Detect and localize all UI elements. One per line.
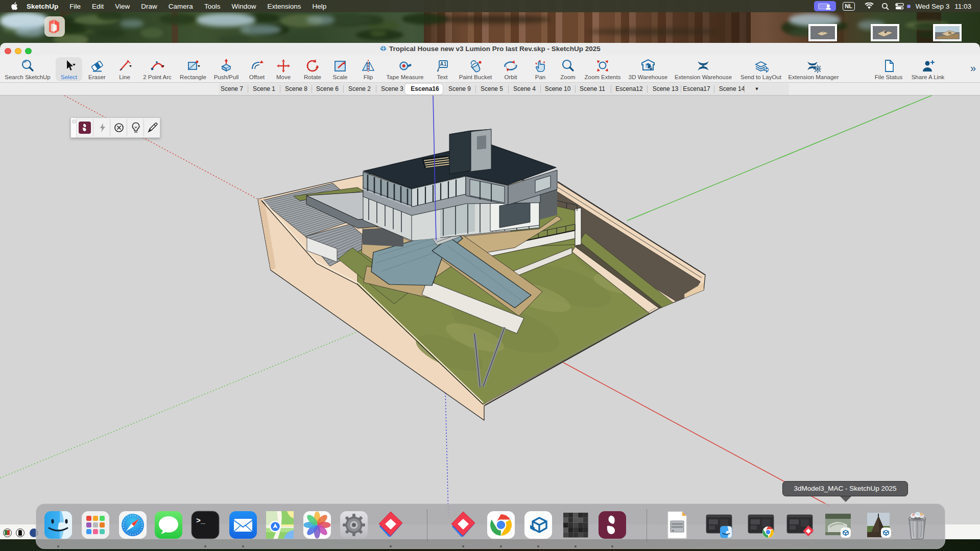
svg-text:>_: >_ — [196, 517, 206, 525]
